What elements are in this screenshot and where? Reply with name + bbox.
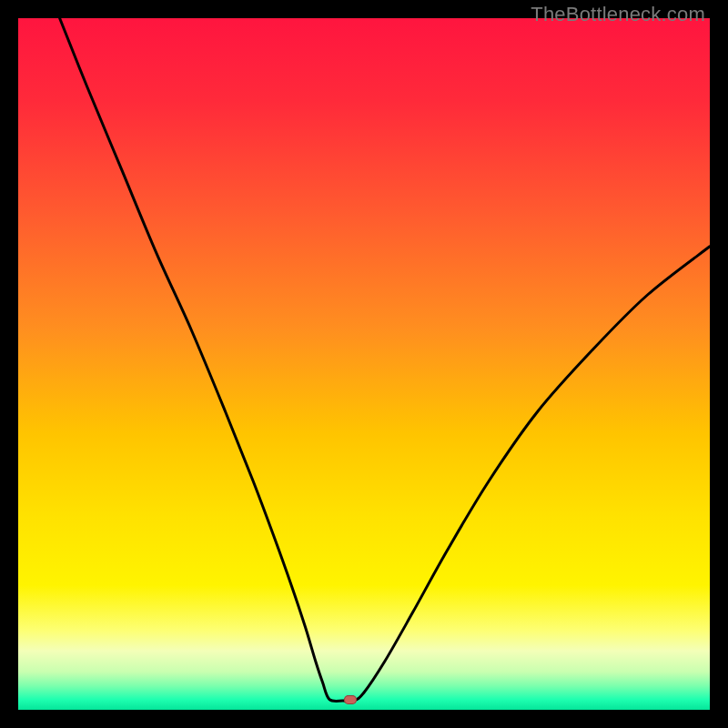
- bottleneck-curve: [60, 18, 710, 702]
- min-marker: [344, 695, 357, 704]
- chart-curve-layer: [18, 18, 710, 710]
